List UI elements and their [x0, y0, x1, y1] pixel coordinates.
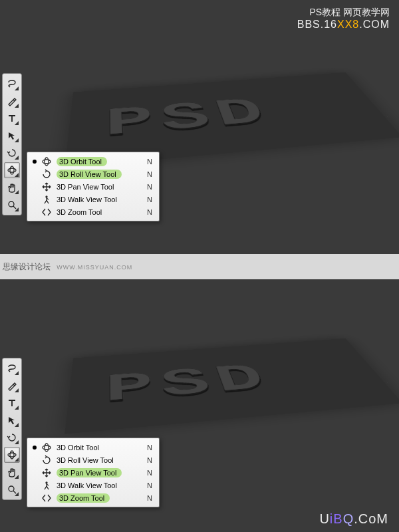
flyout-item-roll[interactable]: 3D Roll View ToolN [30, 168, 156, 180]
highlight-marker: 3D Pan View Tool [57, 468, 122, 477]
flyout-item-label: 3D Zoom Tool [57, 208, 131, 216]
flyout-item-pan[interactable]: 3D Pan View ToolN [30, 180, 156, 193]
shortcut-key: N [147, 481, 152, 489]
flyout-item-zoom3d[interactable]: 3D Zoom ToolN [30, 491, 156, 504]
flyout-item-label: 3D Orbit Tool [57, 444, 131, 452]
3d-orbit-tool[interactable] [4, 447, 20, 463]
zoom-icon [7, 200, 17, 210]
flyout-item-label: 3D Roll View Tool [57, 456, 131, 464]
flyout-item-label: 3D Walk View Tool [57, 481, 131, 489]
flyout-item-orbit[interactable]: 3D Orbit ToolN [30, 155, 156, 168]
tool-flyout-3d-camera: 3D Orbit ToolN3D Roll View ToolN3D Pan V… [27, 152, 160, 221]
shortcut-key: N [147, 469, 152, 477]
flyout-item-label: 3D Zoom Tool [57, 493, 131, 503]
zoom3d-icon [41, 207, 53, 217]
arrow-icon [7, 415, 17, 426]
shortcut-key: N [147, 456, 152, 464]
roll-icon [41, 455, 53, 466]
3d-text: PSD [104, 358, 281, 414]
pen-icon [7, 96, 17, 106]
hand-tool[interactable] [4, 180, 20, 196]
shortcut-key: N [147, 444, 152, 452]
3d-orbit-tool[interactable] [4, 162, 20, 178]
current-tool-indicator [33, 160, 37, 164]
hand-tool[interactable] [4, 464, 20, 480]
flyout-item-label: 3D Pan View Tool [57, 183, 131, 191]
walk-icon [41, 194, 53, 205]
3d-text: PSD [104, 92, 281, 148]
shortcut-key: N [147, 183, 152, 191]
orbit-icon [41, 156, 53, 167]
lasso-icon [7, 78, 17, 89]
hand-icon [7, 467, 17, 477]
path-selection-tool[interactable] [4, 412, 20, 428]
type-icon [7, 398, 17, 408]
flyout-item-label: 3D Orbit Tool [57, 157, 131, 166]
pan-icon [41, 182, 53, 192]
highlight-marker: 3D Roll View Tool [57, 170, 122, 179]
shortcut-key: N [147, 196, 152, 203]
type-tool[interactable] [4, 110, 20, 126]
type-tool[interactable] [4, 395, 20, 411]
flyout-item-orbit[interactable]: 3D Orbit ToolN [30, 441, 156, 454]
flyout-item-zoom3d[interactable]: 3D Zoom ToolN [30, 205, 156, 218]
lasso-icon [7, 363, 17, 374]
pan-icon [41, 467, 53, 478]
flyout-item-label: 3D Pan View Tool [57, 468, 131, 477]
path-selection-tool[interactable] [4, 128, 20, 144]
lasso-tool[interactable] [4, 360, 20, 376]
zoom-icon [7, 484, 17, 495]
zoom-tool[interactable] [4, 197, 20, 213]
flyout-item-label: 3D Walk View Tool [57, 196, 131, 203]
zoom-tool[interactable] [4, 481, 20, 497]
pen-icon [7, 380, 17, 391]
tool-flyout-3d-camera: 3D Orbit ToolN3D Roll View ToolN3D Pan V… [27, 438, 160, 507]
rotate3d-icon [7, 432, 17, 443]
watermark-bottom: UiBQ.CoM [319, 511, 388, 527]
orbit-icon [7, 450, 17, 460]
flyout-item-label: 3D Roll View Tool [57, 170, 131, 179]
shortcut-key: N [147, 158, 152, 166]
roll-icon [41, 169, 53, 180]
arrow-icon [7, 130, 17, 141]
toolbox [2, 358, 22, 500]
highlight-marker: 3D Zoom Tool [57, 493, 110, 503]
current-tool-indicator [33, 446, 37, 450]
walk-icon [41, 480, 53, 491]
orbit-icon [41, 442, 53, 453]
flyout-item-walk[interactable]: 3D Walk View ToolN [30, 193, 156, 205]
rotate3d-icon [7, 148, 17, 158]
3d-rotate-tool[interactable] [4, 430, 20, 446]
pen-tool[interactable] [4, 93, 20, 109]
flyout-item-walk[interactable]: 3D Walk View ToolN [30, 479, 156, 491]
3d-plane: PSD [65, 338, 399, 434]
zoom3d-icon [41, 493, 53, 503]
type-icon [7, 113, 17, 124]
shortcut-key: N [147, 494, 152, 502]
lasso-tool[interactable] [4, 76, 20, 92]
hand-icon [7, 182, 17, 193]
shortcut-key: N [147, 170, 152, 178]
flyout-item-pan[interactable]: 3D Pan View ToolN [30, 466, 156, 479]
orbit-icon [7, 165, 17, 176]
toolbox [2, 73, 22, 215]
highlight-marker: 3D Orbit Tool [57, 157, 107, 166]
flyout-item-roll[interactable]: 3D Roll View ToolN [30, 454, 156, 466]
watermark-middle: 思缘设计论坛 WWW.MISSYUAN.COM [3, 261, 132, 273]
shortcut-key: N [147, 208, 152, 216]
pen-tool[interactable] [4, 378, 20, 394]
3d-rotate-tool[interactable] [4, 145, 20, 161]
